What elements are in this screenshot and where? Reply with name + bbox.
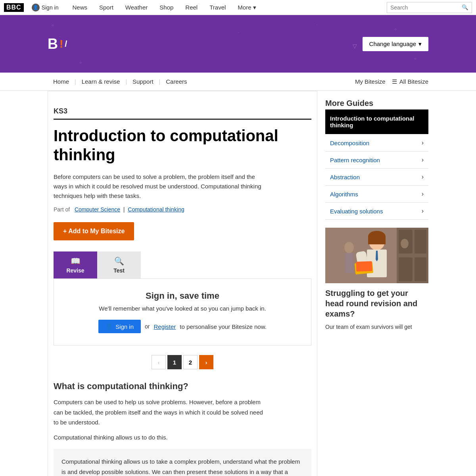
signin-blue-button[interactable]: 👤 Sign in <box>98 320 141 333</box>
nav-reel[interactable]: Reel <box>179 0 203 15</box>
change-language-button[interactable]: Change language ▾ <box>363 37 428 51</box>
sec-nav-home[interactable]: Home <box>48 73 75 90</box>
top-navigation: BBC 👤 Sign in News Sport Weather Shop Re… <box>0 0 476 15</box>
nav-shop[interactable]: Shop <box>154 0 179 15</box>
guide-decomposition[interactable]: Decomposition › <box>325 134 428 152</box>
right-sidebar: More Guides Introduction to computationa… <box>325 91 428 476</box>
secondary-navigation: Home | Learn & revise | Support | Career… <box>0 73 476 91</box>
guide-algorithms[interactable]: Algorithms › <box>325 186 428 203</box>
more-arrow-icon: ▾ <box>253 4 256 11</box>
secondary-nav-right: My Bitesize ☰ All Bitesize <box>355 78 428 85</box>
purple-header-band: ○ · ○ ▽ ○ · · ○ B ! / Change language ▾ <box>0 15 476 73</box>
my-bitesize-link[interactable]: My Bitesize <box>355 78 386 85</box>
guide-evaluating-solutions[interactable]: Evaluating solutions › <box>325 203 428 220</box>
guide-arrow-2: › <box>422 156 424 163</box>
svg-point-14 <box>344 242 354 253</box>
guide-abstraction[interactable]: Abstraction › <box>325 169 428 186</box>
part-of-label: Part of <box>54 206 70 213</box>
section-para-2: Computational thinking allows us to do t… <box>54 432 268 443</box>
signin-suffix: to personalise your Bitesize now. <box>180 323 266 330</box>
search-container: 🔍 <box>387 2 472 13</box>
promo-desc: Our team of exam survivors will get <box>325 323 428 331</box>
menu-icon: ☰ <box>392 78 397 85</box>
guide-arrow-4: › <box>422 190 424 198</box>
nav-travel[interactable]: Travel <box>203 0 232 15</box>
deco-dot-4: ○ <box>79 60 82 65</box>
nav-weather[interactable]: Weather <box>119 0 154 15</box>
all-bitesize-label: All Bitesize <box>399 78 428 85</box>
article-card-inner: Before computers can be used to solve a … <box>48 172 317 476</box>
guide-label-algorithms: Algorithms <box>330 191 358 198</box>
bbc-logo-text: BBC <box>4 3 24 12</box>
deco-dot-2: · <box>60 35 60 38</box>
svg-point-16 <box>401 239 409 248</box>
sec-nav-learn[interactable]: Learn & revise <box>76 73 126 90</box>
section-title: What is computational thinking? <box>54 381 311 392</box>
sign-in-label: Sign in <box>42 4 59 11</box>
guide-arrow-1: › <box>422 139 424 146</box>
change-lang-arrow-icon: ▾ <box>418 40 422 48</box>
svg-rect-8 <box>368 236 386 244</box>
nav-news[interactable]: News <box>66 0 93 15</box>
article-description: Before computers can be used to solve a … <box>54 172 268 201</box>
signin-title: Sign in, save time <box>62 291 303 301</box>
left-content: KS3 Introduction to computational thinki… <box>48 91 317 476</box>
guide-pattern-recognition[interactable]: Pattern recognition › <box>325 152 428 169</box>
search-button[interactable]: 🔍 <box>459 4 472 10</box>
prev-page-button[interactable]: ‹ <box>152 355 166 369</box>
guide-label-evaluating: Evaluating solutions <box>330 208 383 215</box>
main-wrapper: KS3 Introduction to computational thinki… <box>0 91 476 476</box>
page-1-button[interactable]: 1 <box>167 355 182 369</box>
promo-text: Struggling to get your head round revisi… <box>325 283 428 336</box>
sec-nav-support[interactable]: Support <box>127 73 159 90</box>
computer-science-link[interactable]: Computer Science <box>75 206 120 213</box>
section-para-1: Computers can be used to help us solve p… <box>54 397 268 428</box>
ks-and-title: KS3 Introduction to computational thinki… <box>48 91 317 164</box>
computational-thinking-link[interactable]: Computational thinking <box>128 206 184 213</box>
ks-label: KS3 <box>54 99 311 120</box>
more-label: More <box>238 4 251 11</box>
deco-dot-1: ○ <box>52 23 54 27</box>
section-what-is: What is computational thinking? Computer… <box>54 381 311 476</box>
signin-buttons: 👤 Sign in or Register to personalise you… <box>62 320 303 333</box>
bitesize-logo[interactable]: B ! / <box>48 36 67 52</box>
bitesize-b: B <box>48 36 58 52</box>
svg-rect-15 <box>344 253 354 273</box>
quote-text: Computational thinking allows us to take… <box>61 457 303 476</box>
page-title: Introduction to computational thinking <box>54 126 311 164</box>
more-menu-button[interactable]: More ▾ <box>232 0 262 15</box>
deco-dot-3: ○ <box>394 27 397 31</box>
tabs: 📖 Revise 🔍 Test <box>54 251 311 278</box>
guide-item-active: Introduction to computational thinking <box>325 109 428 134</box>
sec-nav-careers[interactable]: Careers <box>160 73 192 90</box>
svg-marker-10 <box>376 251 378 261</box>
svg-rect-13 <box>356 261 372 271</box>
deco-dot-6: · <box>317 23 317 27</box>
nav-sport[interactable]: Sport <box>93 0 119 15</box>
more-guides-title: More Guides <box>325 99 428 108</box>
bbc-logo[interactable]: BBC <box>4 3 24 12</box>
promo-svg <box>325 228 428 283</box>
signin-btn-label: Sign in <box>115 323 134 330</box>
revise-icon: 📖 <box>71 256 81 266</box>
tab-revise-label: Revise <box>66 267 84 274</box>
bitesize-exclaim: ! <box>60 38 63 50</box>
tab-test-label: Test <box>113 267 125 274</box>
article-card: KS3 Introduction to computational thinki… <box>48 91 317 476</box>
search-input[interactable] <box>387 2 459 13</box>
guide-label-pattern: Pattern recognition <box>330 157 380 163</box>
secondary-nav-left: Home | Learn & revise | Support | Career… <box>48 73 355 90</box>
signin-person-icon: 👤 <box>106 323 113 330</box>
signin-desc: We'll remember what you've looked at so … <box>62 305 303 312</box>
sign-in-button[interactable]: 👤 Sign in <box>32 4 59 12</box>
all-bitesize-link[interactable]: ☰ All Bitesize <box>392 78 428 85</box>
tab-revise[interactable]: 📖 Revise <box>54 251 97 278</box>
tab-test[interactable]: 🔍 Test <box>97 251 141 278</box>
svg-rect-5 <box>415 257 426 281</box>
quote-box: Computational thinking allows us to take… <box>54 449 311 476</box>
register-link[interactable]: Register <box>154 323 176 330</box>
promo-title: Struggling to get your head round revisi… <box>325 288 428 319</box>
add-to-bitesize-button[interactable]: + Add to My Bitesize <box>54 222 134 240</box>
next-page-button[interactable]: › <box>199 355 213 369</box>
page-2-button[interactable]: 2 <box>183 355 198 369</box>
